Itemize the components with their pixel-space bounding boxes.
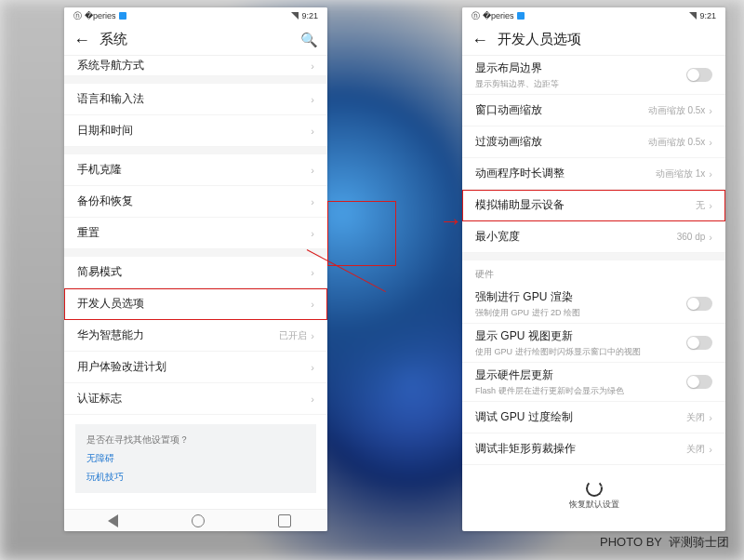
credit-prefix: PHOTO BY bbox=[600, 535, 662, 549]
list-item[interactable]: 用户体验改进计划› bbox=[64, 352, 327, 383]
chevron-right-icon: › bbox=[311, 362, 314, 373]
list-item[interactable]: 华为智慧能力已开启› bbox=[64, 320, 327, 352]
nav-back-icon[interactable] bbox=[101, 514, 118, 527]
tip-link-tips[interactable]: 玩机技巧 bbox=[86, 471, 305, 484]
wifi-icon: �peries bbox=[85, 11, 116, 20]
item-value: 动画缩放 0.5x bbox=[648, 136, 706, 149]
signal-icon bbox=[291, 12, 299, 20]
toggle-switch[interactable] bbox=[686, 375, 712, 389]
list-item[interactable]: 备份和恢复› bbox=[64, 186, 327, 218]
toggle-switch[interactable] bbox=[686, 68, 712, 82]
clock-text: 9:21 bbox=[699, 11, 716, 20]
item-label: 显示布局边界 bbox=[475, 60, 686, 76]
item-sublabel: Flash 硬件层在进行更新时会显示为绿色 bbox=[475, 385, 686, 397]
toggle-switch[interactable] bbox=[686, 297, 712, 311]
chevron-right-icon: › bbox=[311, 60, 314, 72]
list-item[interactable]: 过渡动画缩放动画缩放 0.5x› bbox=[462, 127, 725, 158]
list-item[interactable]: 窗口动画缩放动画缩放 0.5x› bbox=[462, 95, 725, 127]
list-item[interactable]: 手机克隆› bbox=[64, 154, 327, 186]
list-item[interactable]: 强制进行 GPU 渲染强制使用 GPU 进行 2D 绘图 bbox=[462, 285, 725, 324]
app-icon bbox=[517, 12, 525, 20]
chevron-right-icon: › bbox=[709, 105, 712, 116]
status-bar: ⓝ �peries 9:21 bbox=[64, 7, 327, 24]
annotation-box bbox=[327, 201, 396, 266]
list-item[interactable]: 重置› bbox=[64, 218, 327, 249]
nfc-icon: ⓝ bbox=[73, 10, 82, 22]
header: ← 开发人员选项 bbox=[462, 24, 725, 56]
section-gap bbox=[462, 253, 725, 260]
wifi-icon: �peries bbox=[483, 11, 514, 20]
list-item[interactable]: 显示 GPU 视图更新使用 GPU 进行绘图时闪烁显示窗口中的视图 bbox=[462, 324, 725, 363]
item-label: 用户体验改进计划 bbox=[77, 359, 311, 375]
nav-bar bbox=[64, 509, 327, 531]
item-value: 关闭 bbox=[686, 443, 705, 456]
list-item[interactable]: 认证标志› bbox=[64, 383, 327, 415]
page-title: 系统 bbox=[100, 31, 300, 48]
item-label: 显示 GPU 视图更新 bbox=[475, 328, 686, 344]
signal-icon bbox=[689, 12, 697, 20]
chevron-right-icon: › bbox=[311, 165, 314, 176]
list-item[interactable]: 动画程序时长调整动画缩放 1x› bbox=[462, 158, 725, 190]
chevron-right-icon: › bbox=[709, 444, 712, 455]
item-label: 重置 bbox=[77, 225, 311, 241]
nav-recent-icon[interactable] bbox=[278, 514, 291, 527]
content-scroll[interactable]: 系统导航方式 › 语言和输入法› 日期和时间› 手机克隆› 备份和恢复› 重置›… bbox=[64, 56, 327, 509]
item-value: 关闭 bbox=[686, 411, 705, 424]
item-value: 无 bbox=[696, 199, 705, 212]
item-sublabel: 使用 GPU 进行绘图时闪烁显示窗口中的视图 bbox=[475, 346, 686, 358]
section-gap bbox=[64, 147, 327, 154]
chevron-right-icon: › bbox=[311, 299, 314, 310]
chevron-right-icon: › bbox=[709, 168, 712, 180]
list-item[interactable]: 调试 GPU 过度绘制关闭› bbox=[462, 402, 725, 433]
nav-home-icon[interactable] bbox=[192, 514, 205, 527]
chevron-right-icon: › bbox=[311, 94, 314, 105]
item-label: 强制进行 GPU 渲染 bbox=[475, 289, 686, 305]
list-item[interactable]: 调试非矩形剪裁操作关闭› bbox=[462, 433, 725, 465]
item-label: 显示硬件层更新 bbox=[475, 367, 686, 383]
toggle-switch[interactable] bbox=[686, 336, 712, 350]
chevron-right-icon: › bbox=[709, 232, 712, 243]
spinner-icon bbox=[586, 480, 603, 497]
clock-text: 9:21 bbox=[301, 11, 318, 20]
item-label: 认证标志 bbox=[77, 391, 311, 407]
content-scroll[interactable]: 显示布局边界 显示剪辑边界、边距等 窗口动画缩放动画缩放 0.5x› 过渡动画缩… bbox=[462, 56, 725, 509]
search-icon[interactable]: 🔍 bbox=[300, 32, 318, 48]
list-item[interactable]: 日期和时间› bbox=[64, 115, 327, 147]
item-label: 简易模式 bbox=[77, 264, 311, 280]
section-header: 硬件 bbox=[462, 260, 725, 285]
chevron-right-icon: › bbox=[311, 393, 314, 405]
chevron-right-icon: › bbox=[311, 330, 314, 341]
tip-box: 是否在寻找其他设置项？ 无障碍 玩机技巧 bbox=[75, 424, 316, 493]
back-icon[interactable]: ← bbox=[472, 32, 488, 48]
chevron-right-icon: › bbox=[311, 196, 314, 207]
chevron-right-icon: › bbox=[709, 137, 712, 148]
list-item[interactable]: 语言和输入法› bbox=[64, 84, 327, 115]
item-label: 开发人员选项 bbox=[77, 296, 311, 312]
item-value: 动画缩放 0.5x bbox=[648, 104, 706, 117]
chevron-right-icon: › bbox=[709, 200, 712, 211]
section-gap bbox=[64, 76, 327, 84]
list-item-simulate-secondary-display[interactable]: 模拟辅助显示设备无› bbox=[462, 190, 725, 221]
list-item-developer-options[interactable]: 开发人员选项› bbox=[64, 288, 327, 320]
loading-overlay: 恢复默认设置 bbox=[569, 480, 619, 511]
back-icon[interactable]: ← bbox=[73, 32, 90, 48]
list-item[interactable]: 显示硬件层更新Flash 硬件层在进行更新时会显示为绿色 bbox=[462, 363, 725, 402]
chevron-right-icon: › bbox=[709, 412, 712, 423]
list-item[interactable]: 显示布局边界 显示剪辑边界、边距等 bbox=[462, 56, 725, 95]
tip-question: 是否在寻找其他设置项？ bbox=[86, 433, 305, 447]
credit-author: 评测骑士团 bbox=[669, 535, 729, 549]
tip-link-accessibility[interactable]: 无障碍 bbox=[86, 452, 305, 465]
chevron-right-icon: › bbox=[311, 267, 314, 278]
list-item[interactable]: 最小宽度360 dp› bbox=[462, 221, 725, 253]
section-gap bbox=[64, 249, 327, 257]
item-value: 已开启 bbox=[279, 329, 307, 342]
item-label: 窗口动画缩放 bbox=[475, 102, 648, 118]
item-label: 最小宽度 bbox=[475, 229, 677, 245]
list-item[interactable]: 简易模式› bbox=[64, 257, 327, 288]
item-label: 调试非矩形剪裁操作 bbox=[475, 441, 686, 457]
watermark-icon bbox=[506, 469, 530, 489]
list-item[interactable]: 系统导航方式 › bbox=[64, 56, 327, 76]
item-label: 系统导航方式 bbox=[77, 58, 311, 73]
item-sublabel: 显示剪辑边界、边距等 bbox=[475, 78, 686, 90]
photo-credit: PHOTO BY 评测骑士团 bbox=[600, 534, 729, 551]
